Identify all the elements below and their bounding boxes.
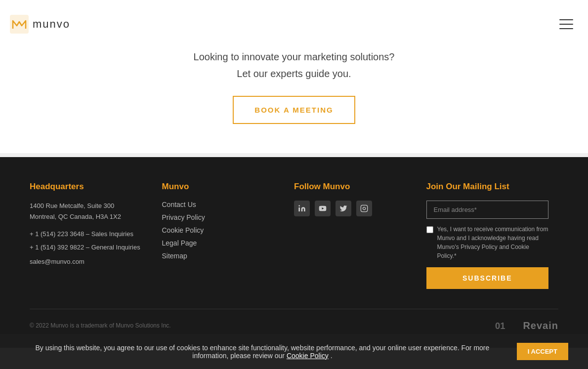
instagram-icon[interactable] (356, 201, 372, 216)
svg-rect-1 (298, 207, 300, 211)
footer-col-follow: Follow Munvo (294, 182, 426, 289)
consent-checkbox[interactable] (426, 226, 433, 233)
address-line1: 1400 Rue Metcalfe, Suite 300 (30, 202, 114, 209)
cookie-policy-banner-link[interactable]: Cookie Policy (287, 352, 329, 360)
cookie-policy-link[interactable]: Cookie Policy (162, 226, 285, 234)
cookie-banner: By using this website, you agree to our … (0, 334, 588, 369)
mailing-title: Join Our Mailing List (426, 182, 549, 192)
cookie-period: . (331, 352, 333, 360)
privacy-policy-link[interactable]: Privacy Policy (162, 213, 285, 221)
logo: munvo (10, 15, 70, 34)
phone-sales: + 1 (514) 223 3648 – Sales Inquiries (30, 229, 152, 240)
address-line2: Montreal, QC Canada, H3A 1X2 (30, 213, 121, 220)
header-bar: munvo (0, 10, 588, 34)
accept-cookies-button[interactable]: I ACCEPT (517, 343, 568, 360)
twitter-icon[interactable] (336, 201, 351, 216)
headquarters-address: 1400 Rue Metcalfe, Suite 300 Montreal, Q… (30, 201, 152, 222)
munvo-logo-icon (10, 15, 29, 34)
revain-logo: 01 Revain (495, 318, 558, 333)
hero-line1: Looking to innovate your marketing solut… (194, 48, 395, 65)
top-section: munvo Looking to innovate your marketing… (0, 0, 588, 153)
phone-general: + 1 (514) 392 9822 – General Inquiries (30, 243, 152, 253)
consent-text: Yes, I want to receive communication fro… (437, 225, 549, 260)
follow-title: Follow Munvo (294, 182, 417, 192)
revain-logo-icon: 01 (495, 318, 520, 333)
revain-text: Revain (523, 320, 558, 331)
footer-col-mailing: Join Our Mailing List Yes, I want to rec… (426, 182, 559, 289)
footer-bottom: © 2022 Munvo is a trademark of Munvo Sol… (30, 309, 558, 333)
cookie-message: By using this website, you agree to our … (35, 344, 489, 360)
legal-page-link[interactable]: Legal Page (162, 239, 285, 247)
social-icons-group (294, 201, 417, 216)
sitemap-link[interactable]: Sitemap (162, 252, 285, 260)
headquarters-title: Headquarters (30, 182, 152, 192)
hamburger-menu-icon[interactable] (559, 19, 573, 29)
hero-text-block: Looking to innovate your marketing solut… (194, 48, 395, 82)
svg-text:01: 01 (495, 321, 505, 331)
book-meeting-button[interactable]: BOOK A MEETING (233, 96, 355, 124)
youtube-icon[interactable] (315, 201, 331, 216)
cookie-banner-text: By using this website, you agree to our … (20, 344, 505, 360)
svg-rect-4 (361, 205, 367, 211)
linkedin-icon[interactable] (294, 201, 310, 216)
email-input[interactable] (426, 201, 549, 219)
hero-line2: Let our experts guide you. (194, 65, 395, 82)
munvo-links-title: Munvo (162, 182, 285, 192)
footer-columns: Headquarters 1400 Rue Metcalfe, Suite 30… (30, 182, 558, 289)
subscribe-button[interactable]: SUBSCRIBE (426, 267, 549, 289)
section-divider (0, 153, 588, 157)
footer: Headquarters 1400 Rue Metcalfe, Suite 30… (0, 157, 588, 348)
footer-col-munvo: Munvo Contact Us Privacy Policy Cookie P… (162, 182, 294, 289)
consent-row: Yes, I want to receive communication fro… (426, 225, 549, 260)
footer-col-headquarters: Headquarters 1400 Rue Metcalfe, Suite 30… (30, 182, 162, 289)
copyright-text: © 2022 Munvo is a trademark of Munvo Sol… (30, 322, 171, 329)
contact-us-link[interactable]: Contact Us (162, 201, 285, 208)
email-address: sales@munvo.com (30, 258, 152, 265)
svg-point-2 (298, 205, 300, 206)
logo-text: munvo (33, 18, 70, 31)
